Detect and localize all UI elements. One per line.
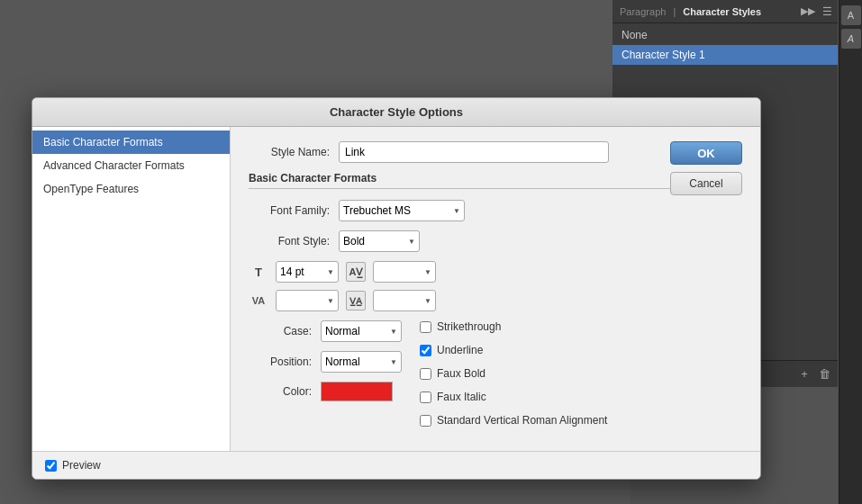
kerning-row: VA V̲A̲: [249, 290, 742, 311]
color-swatch[interactable]: [321, 382, 393, 401]
style-1-row[interactable]: Character Style 1: [612, 45, 838, 65]
delete-style-icon[interactable]: 🗑: [816, 366, 832, 382]
create-new-style-icon[interactable]: +: [796, 366, 812, 382]
panel-header-icons: ▶▶ ☰: [801, 5, 832, 18]
dialog-sidebar: Basic Character Formats Advanced Charact…: [32, 127, 231, 451]
strikethrough-checkbox[interactable]: [420, 321, 431, 333]
sidebar-opentype-features[interactable]: OpenType Features: [32, 177, 230, 201]
font-style-wrapper: Bold: [339, 230, 420, 252]
style-name-input[interactable]: [339, 141, 609, 163]
font-size-icon: T: [249, 262, 268, 282]
dialog-title: Character Style Options: [32, 98, 760, 127]
baseline-icon: V̲A̲: [346, 291, 366, 310]
dialog-body: Basic Character Formats Advanced Charact…: [32, 127, 760, 451]
ok-button[interactable]: OK: [670, 141, 742, 165]
tracking-wrapper: [373, 261, 436, 283]
position-select-wrapper: Normal: [321, 351, 402, 373]
font-family-row: Font Family: Trebuchet MS: [249, 200, 742, 221]
tab-separator: |: [671, 6, 681, 17]
case-row: Case: Normal: [249, 320, 402, 342]
position-select[interactable]: Normal: [321, 351, 402, 373]
underline-row: Underline: [420, 344, 607, 356]
cancel-button[interactable]: Cancel: [670, 172, 742, 195]
dialog-main-content: OK Cancel Style Name: Basic Character Fo…: [231, 127, 760, 451]
font-style-select[interactable]: Bold: [339, 230, 420, 252]
preview-checkbox[interactable]: [45, 460, 57, 472]
strikethrough-label: Strikethrough: [437, 320, 501, 333]
kerning-icon: VA: [249, 291, 268, 310]
faux-bold-label: Faux Bold: [437, 367, 485, 380]
font-style-label: Font Style:: [249, 235, 330, 248]
style-name-row: Style Name:: [249, 141, 742, 163]
font-size-select[interactable]: 14 pt: [276, 261, 339, 283]
font-family-select[interactable]: Trebuchet MS: [339, 200, 465, 221]
character-style-options-dialog: Character Style Options Basic Character …: [32, 97, 761, 480]
standard-vertical-checkbox[interactable]: [420, 415, 431, 427]
preview-label: Preview: [62, 459, 101, 472]
panel-options-icon[interactable]: ☰: [822, 5, 832, 18]
style-name-label: Style Name:: [249, 146, 330, 158]
faux-italic-label: Faux Italic: [437, 391, 486, 403]
checkboxes-col: Strikethrough Underline Faux Bold Faux I…: [420, 320, 607, 432]
font-family-label: Font Family:: [249, 204, 330, 217]
faux-italic-row: Faux Italic: [420, 391, 607, 403]
color-row: Color:: [249, 382, 402, 401]
tracking-select[interactable]: [373, 261, 436, 283]
dialog-actions: OK Cancel: [670, 141, 742, 195]
position-row: Position: Normal: [249, 351, 402, 373]
font-family-wrapper: Trebuchet MS: [339, 200, 465, 221]
case-select-wrapper: Normal: [321, 320, 402, 342]
underline-label: Underline: [437, 344, 483, 356]
color-label: Color:: [249, 385, 312, 398]
faux-bold-checkbox[interactable]: [420, 368, 431, 380]
paragraph-tab[interactable]: Paragraph: [618, 6, 671, 17]
character-styles-tab[interactable]: Character Styles: [681, 6, 767, 17]
baseline-select[interactable]: [373, 290, 436, 311]
right-btn-2[interactable]: A: [841, 29, 861, 49]
faux-italic-checkbox[interactable]: [420, 392, 431, 403]
case-select[interactable]: Normal: [321, 320, 402, 342]
position-label: Position:: [249, 356, 312, 368]
case-label: Case:: [249, 325, 312, 338]
font-size-row: T 14 pt AV̲: [249, 261, 742, 283]
right-btn-1[interactable]: A: [841, 5, 861, 25]
faux-bold-row: Faux Bold: [420, 367, 607, 380]
strikethrough-row: Strikethrough: [420, 320, 607, 333]
case-position-block: Case: Normal Position: Normal: [249, 320, 402, 432]
kerning-wrapper: [276, 290, 339, 311]
sidebar-advanced-char-formats[interactable]: Advanced Character Formats: [32, 154, 230, 177]
case-and-checkboxes: Case: Normal Position: Normal: [249, 320, 742, 432]
dialog-footer: Preview: [32, 451, 760, 479]
styles-list: None Character Style 1: [612, 23, 838, 67]
underline-checkbox[interactable]: [420, 345, 431, 356]
standard-vertical-row: Standard Vertical Roman Alignment: [420, 414, 607, 427]
panel-header: Paragraph | Character Styles ▶▶ ☰: [612, 0, 838, 23]
font-style-row: Font Style: Bold: [249, 230, 742, 252]
preview-row: Preview: [45, 459, 101, 472]
baseline-wrapper: [373, 290, 436, 311]
standard-vertical-label: Standard Vertical Roman Alignment: [437, 414, 607, 427]
font-size-wrapper: 14 pt: [276, 261, 339, 283]
right-icon-strip: A A: [839, 0, 862, 504]
style-none-row[interactable]: None: [612, 25, 838, 45]
tracking-icon: AV̲: [346, 262, 366, 282]
sidebar-basic-char-formats[interactable]: Basic Character Formats: [32, 130, 230, 154]
kerning-select[interactable]: [276, 290, 339, 311]
panel-menu-arrow-icon[interactable]: ▶▶: [801, 5, 815, 17]
section-title-basic-char: Basic Character Formats: [249, 172, 742, 189]
